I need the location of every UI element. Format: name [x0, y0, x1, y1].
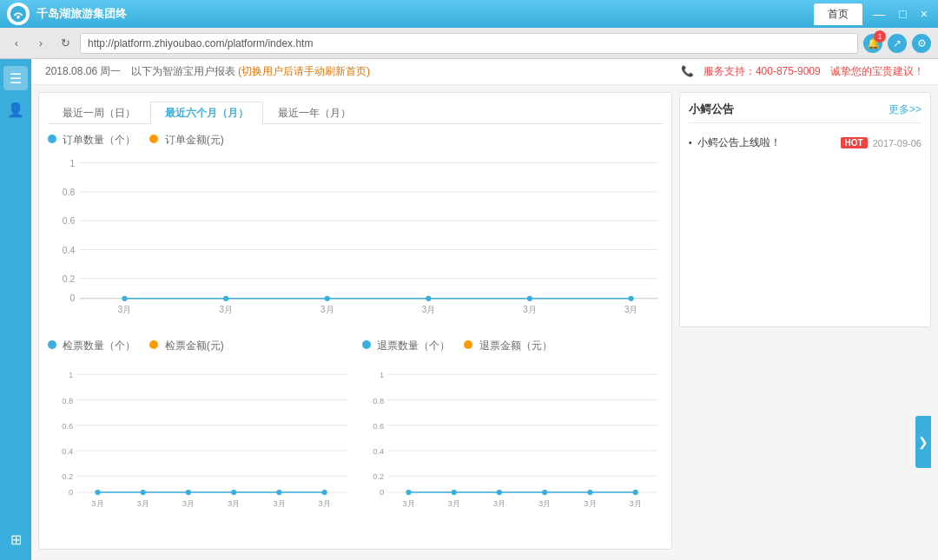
top-chart-legend: 订单数量（个） 订单金额(元)	[48, 133, 663, 148]
panel-header: 小鳄公告 更多>>	[689, 102, 921, 123]
svg-point-65	[497, 490, 502, 495]
svg-point-67	[587, 490, 592, 495]
bottom-charts-area: 1 0.8 0.6 0.4 0.2 0	[48, 360, 663, 521]
legend-dot-blue3	[362, 340, 371, 349]
app-logo	[7, 3, 30, 25]
url-input[interactable]	[80, 33, 858, 54]
app-title: 千岛湖旅游集团终	[36, 6, 807, 22]
svg-point-40	[141, 490, 146, 495]
forward-button[interactable]: ›	[31, 34, 50, 53]
svg-text:3月: 3月	[273, 498, 285, 508]
date-text: 2018.08.06 周一	[45, 65, 121, 77]
svg-point-44	[322, 490, 327, 495]
svg-text:3月: 3月	[320, 305, 334, 314]
main-tab[interactable]: 首页	[814, 3, 862, 25]
close-btn[interactable]: ×	[917, 7, 931, 21]
svg-text:3月: 3月	[118, 305, 132, 314]
tab-sixmonth[interactable]: 最近六个月（月）	[150, 102, 263, 124]
content-wrapper: 最近一周（日） 最近六个月（月） 最近一年（月） 订单数量（个） 订单金额(元)	[31, 85, 938, 557]
ann-text: 小鳄公告上线啦！	[697, 135, 836, 150]
svg-point-63	[406, 490, 411, 495]
svg-point-66	[542, 490, 547, 495]
svg-text:1: 1	[380, 370, 384, 379]
svg-text:3月: 3月	[493, 498, 505, 508]
period-tabs: 最近一周（日） 最近六个月（月） 最近一年（月）	[48, 102, 663, 124]
window-controls: — □ ×	[869, 7, 931, 21]
notice-text: 以下为智游宝用户报表	[131, 65, 235, 77]
svg-text:0.2: 0.2	[63, 274, 76, 284]
svg-point-43	[276, 490, 281, 495]
svg-text:0.6: 0.6	[62, 421, 73, 431]
svg-point-41	[186, 490, 191, 495]
svg-text:0.6: 0.6	[63, 216, 76, 226]
tab-year[interactable]: 最近一年（月）	[263, 102, 366, 124]
svg-point-39	[95, 490, 100, 495]
refresh-link[interactable]: (切换用户后请手动刷新首页)	[238, 65, 370, 77]
legend-refund-count: 退票数量（个）	[362, 339, 450, 353]
svg-text:3月: 3月	[523, 305, 537, 314]
svg-text:3月: 3月	[624, 305, 638, 314]
svg-text:0.6: 0.6	[373, 421, 384, 431]
toolbar-icons: 🔔 1 ↗ ⚙	[863, 34, 931, 53]
maximize-btn[interactable]: □	[895, 7, 909, 21]
panel-title: 小鳄公告	[689, 102, 734, 117]
ann-bullet: •	[689, 138, 692, 148]
svg-point-19	[527, 296, 532, 301]
svg-text:0.2: 0.2	[373, 471, 384, 481]
svg-text:0.2: 0.2	[62, 471, 73, 481]
top-chart-area: 1 0.8 0.6 0.4 0.2 0	[48, 151, 663, 325]
sidebar-home-icon[interactable]: ☰	[3, 66, 28, 90]
svg-text:0.4: 0.4	[373, 446, 384, 456]
legend-refund-amount: 退票金额（元）	[464, 339, 552, 353]
right-scroll-area: ❯	[679, 334, 931, 550]
legend-dot-blue	[48, 135, 56, 143]
legend-orders-count: 订单数量（个）	[48, 133, 135, 148]
back-button[interactable]: ‹	[7, 34, 26, 53]
panel-more-link[interactable]: 更多>>	[888, 102, 921, 117]
sidebar-apps-icon[interactable]: ⊞	[3, 527, 28, 551]
share-icon[interactable]: ↗	[888, 34, 907, 53]
support-info: 📞 服务支持：400-875-9009 诚挚您的宝贵建议！	[681, 64, 924, 79]
svg-text:3月: 3月	[91, 498, 103, 508]
svg-text:3月: 3月	[538, 498, 551, 508]
svg-text:3月: 3月	[182, 498, 195, 508]
svg-text:0: 0	[69, 293, 75, 303]
refresh-button[interactable]: ↻	[56, 34, 75, 53]
scroll-hint[interactable]: ❯	[915, 416, 931, 468]
announcement-panel: 小鳄公告 更多>> • 小鳄公告上线啦！ HOT 2017-09-06	[679, 92, 931, 327]
legend-dot-orange3	[464, 340, 472, 349]
minimize-btn[interactable]: —	[869, 7, 888, 21]
legend-check-count: 检票数量（个）	[48, 339, 135, 353]
main-content: 2018.08.06 周一 以下为智游宝用户报表 (切换用户后请手动刷新首页) …	[31, 59, 938, 560]
svg-text:0.8: 0.8	[62, 396, 73, 405]
bottom-right-chart: 1 0.8 0.6 0.4 0.2 0	[359, 360, 663, 521]
sidebar-user-icon[interactable]: 👤	[3, 97, 28, 122]
sidebar: ☰ 👤 ⊞	[0, 59, 31, 560]
svg-point-20	[628, 296, 633, 301]
settings-icon[interactable]: ⚙	[912, 34, 931, 53]
svg-point-16	[223, 296, 228, 301]
legend-dot-orange2	[149, 340, 158, 349]
tab-week[interactable]: 最近一周（日）	[48, 102, 150, 124]
svg-point-68	[633, 490, 638, 495]
svg-point-17	[325, 296, 330, 301]
bottom-right-legend: 退票数量（个） 退票金额（元）	[362, 339, 663, 353]
feedback-text[interactable]: 诚挚您的宝贵建议！	[830, 65, 924, 77]
svg-text:0.4: 0.4	[62, 446, 73, 456]
info-date-notice: 2018.08.06 周一 以下为智游宝用户报表 (切换用户后请手动刷新首页)	[45, 64, 370, 79]
svg-text:1: 1	[69, 159, 75, 168]
ann-date: 2017-09-06	[873, 138, 921, 148]
svg-point-1	[17, 16, 20, 19]
support-text: 服务支持：400-875-9009	[704, 65, 821, 77]
notification-icon[interactable]: 🔔 1	[863, 34, 882, 53]
svg-text:3月: 3月	[584, 498, 596, 508]
legend-dot-orange	[149, 135, 158, 143]
legend-check-amount: 检票金额(元)	[149, 339, 223, 353]
ann-hot-badge: HOT	[841, 137, 868, 148]
svg-point-42	[231, 490, 236, 495]
svg-text:3月: 3月	[402, 498, 414, 508]
announcement-item: • 小鳄公告上线啦！ HOT 2017-09-06	[689, 132, 921, 154]
svg-text:3月: 3月	[319, 498, 331, 508]
bottom-right-svg: 1 0.8 0.6 0.4 0.2 0	[359, 360, 663, 521]
svg-text:0: 0	[380, 487, 384, 497]
